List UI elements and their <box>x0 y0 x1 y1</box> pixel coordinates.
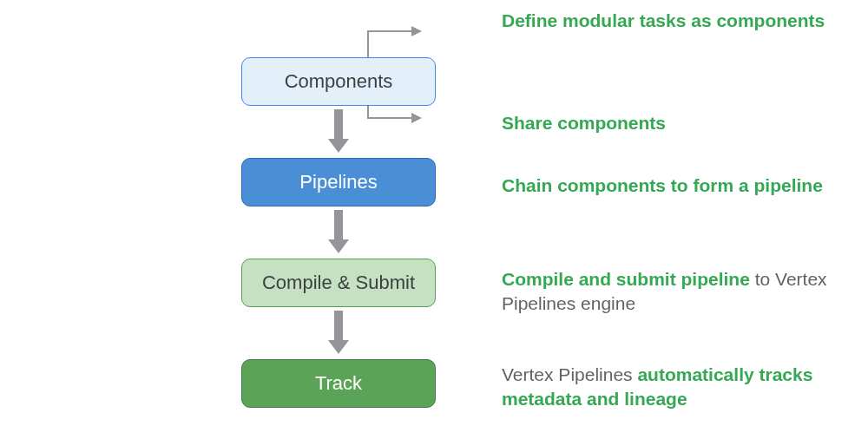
compile-box: Compile & Submit <box>241 259 436 307</box>
label-track: Vertex Pipelines automatically tracks me… <box>502 363 832 412</box>
label-track-gray: Vertex Pipelines <box>502 364 637 384</box>
pipeline-diagram: Components Pipelines Compile & Submit Tr… <box>0 0 868 439</box>
svg-marker-3 <box>328 139 349 153</box>
track-label: Track <box>315 372 362 395</box>
svg-marker-1 <box>411 113 422 123</box>
arrow-down-icon <box>328 108 349 153</box>
arrow-down-icon <box>328 208 349 253</box>
pipelines-box: Pipelines <box>241 158 436 206</box>
label-share-text: Share components <box>502 113 666 133</box>
svg-marker-0 <box>411 26 422 36</box>
svg-marker-5 <box>328 239 349 253</box>
components-label: Components <box>285 70 393 93</box>
label-chain-text: Chain components to form a pipeline <box>502 175 823 195</box>
arrow-down-icon <box>328 309 349 354</box>
compile-label: Compile & Submit <box>262 272 415 294</box>
label-chain: Chain components to form a pipeline <box>502 174 832 198</box>
pipelines-label: Pipelines <box>299 171 377 193</box>
label-share: Share components <box>502 111 832 135</box>
label-compile-green: Compile and submit pipeline <box>502 269 750 289</box>
label-define: Define modular tasks as components <box>502 9 832 33</box>
svg-marker-7 <box>328 340 349 354</box>
label-define-text: Define modular tasks as components <box>502 10 825 30</box>
components-box: Components <box>241 57 436 106</box>
track-box: Track <box>241 359 436 408</box>
label-compile: Compile and submit pipeline to Vertex Pi… <box>502 267 832 317</box>
